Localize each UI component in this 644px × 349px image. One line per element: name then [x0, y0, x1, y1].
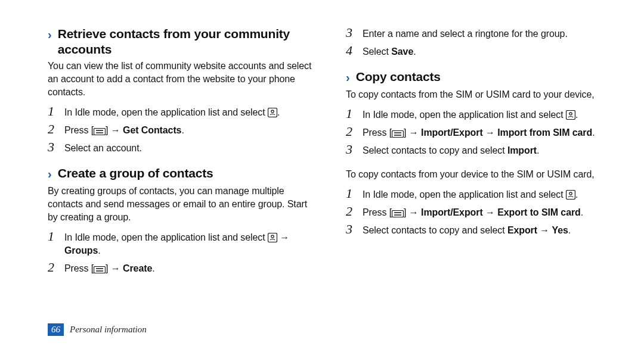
page-number: 66: [48, 323, 64, 336]
step-number: 4: [346, 44, 357, 57]
step-item: 1 In Idle mode, open the application lis…: [346, 187, 614, 201]
step-item: 3 Select an account.: [48, 141, 316, 155]
step-item: 3 Select contacts to copy and select Imp…: [346, 143, 614, 157]
step-number: 2: [48, 261, 58, 274]
step-text: Select Save.: [363, 45, 416, 58]
step-text: Press [] → Import/Export → Import from S…: [363, 126, 595, 139]
step-number: 1: [48, 105, 58, 118]
contacts-icon: [268, 108, 277, 117]
step-number: 2: [346, 125, 357, 138]
chevron-icon: ›: [48, 26, 52, 43]
step-text: Select an account.: [64, 142, 142, 155]
continued-steps: 3 Enter a name and select a ringtone for…: [346, 26, 614, 58]
menu-icon: [392, 210, 404, 217]
section-retrieve: › Retrieve contacts from your community …: [48, 26, 316, 155]
section-copy-contacts: › Copy contacts To copy contacts from th…: [346, 69, 614, 237]
left-column: › Retrieve contacts from your community …: [48, 26, 316, 304]
step-item: 3 Enter a name and select a ringtone for…: [346, 26, 614, 40]
step-text: Press [] → Create.: [64, 262, 155, 275]
step-text: In Idle mode, open the application list …: [64, 231, 316, 257]
step-item: 1 In Idle mode, open the application lis…: [48, 230, 316, 257]
section-title: Create a group of contacts: [58, 166, 213, 181]
step-list: 1 In Idle mode, open the application lis…: [346, 187, 614, 237]
step-item: 2 Press [] → Import/Export → Export to S…: [346, 205, 614, 219]
page-footer: 66 Personal information: [48, 323, 147, 336]
step-number: 1: [48, 230, 58, 243]
step-number: 3: [346, 143, 357, 156]
step-text: Enter a name and select a ringtone for t…: [363, 27, 568, 40]
chevron-icon: ›: [48, 166, 52, 182]
section-intro: To copy contacts from your device to the…: [346, 168, 614, 181]
step-item: 2 Press [] → Create.: [48, 261, 316, 275]
contacts-icon: [268, 233, 277, 242]
menu-icon: [392, 130, 404, 138]
step-item: 2 Press [] → Get Contacts.: [48, 123, 316, 137]
section-title: Retrieve contacts from your community ac…: [58, 26, 316, 57]
step-list: 1 In Idle mode, open the application lis…: [346, 107, 614, 157]
right-column: 3 Enter a name and select a ringtone for…: [346, 26, 614, 304]
footer-title: Personal information: [70, 325, 147, 335]
step-item: 3 Select contacts to copy and select Exp…: [346, 223, 614, 237]
section-intro: To copy contacts from the SIM or USIM ca…: [346, 88, 614, 101]
step-text: In Idle mode, open the application list …: [363, 188, 578, 201]
contacts-icon: [566, 190, 575, 200]
step-number: 2: [346, 205, 357, 218]
section-create-group: › Create a group of contacts By creating…: [48, 166, 316, 275]
contacts-icon: [566, 110, 575, 120]
step-number: 2: [48, 123, 58, 136]
step-number: 1: [346, 187, 357, 200]
step-list: 1 In Idle mode, open the application lis…: [48, 105, 316, 155]
section-title: Copy contacts: [356, 69, 441, 85]
step-text: Press [] → Get Contacts.: [64, 124, 184, 137]
chevron-icon: ›: [346, 69, 350, 86]
step-item: 4 Select Save.: [346, 44, 614, 58]
step-number: 1: [346, 107, 357, 120]
page-body: › Retrieve contacts from your community …: [0, 0, 644, 304]
step-text: In Idle mode, open the application list …: [64, 106, 280, 119]
step-text: In Idle mode, open the application list …: [363, 108, 578, 121]
step-item: 2 Press [] → Import/Export → Import from…: [346, 125, 614, 139]
section-intro: You can view the list of community websi…: [48, 60, 316, 99]
step-item: 1 In Idle mode, open the application lis…: [48, 105, 316, 119]
step-text: Select contacts to copy and select Impor…: [363, 144, 539, 157]
menu-icon: [94, 266, 106, 273]
menu-icon: [94, 128, 106, 135]
step-number: 3: [48, 141, 58, 154]
step-number: 3: [346, 26, 357, 39]
step-number: 3: [346, 223, 357, 236]
step-text: Press [] → Import/Export → Export to SIM…: [363, 206, 583, 219]
step-text: Select contacts to copy and select Expor…: [363, 224, 571, 237]
step-list: 1 In Idle mode, open the application lis…: [48, 230, 316, 275]
step-item: 1 In Idle mode, open the application lis…: [346, 107, 614, 121]
section-intro: By creating groups of contacts, you can …: [48, 185, 316, 224]
